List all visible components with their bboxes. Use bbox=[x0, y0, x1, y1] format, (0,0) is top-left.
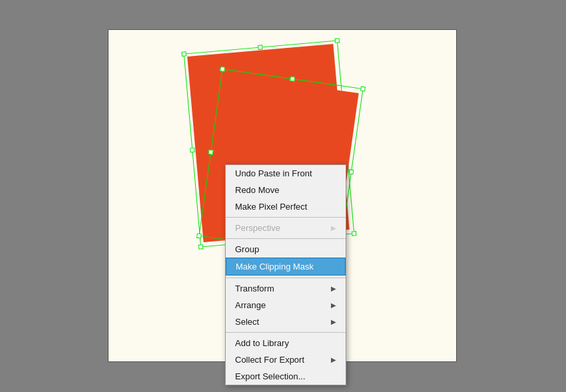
menu-item-label: Make Clipping Mask bbox=[236, 262, 336, 272]
handle-tl[interactable] bbox=[181, 51, 186, 57]
menu-item-label: Make Pixel Perfect bbox=[235, 202, 336, 212]
submenu-arrow-icon: ▶ bbox=[331, 224, 336, 232]
handle-front-tl[interactable] bbox=[220, 67, 225, 72]
handle-tr[interactable] bbox=[335, 38, 340, 43]
menu-separator bbox=[226, 238, 346, 239]
menu-item-arrange[interactable]: Arrange▶ bbox=[226, 297, 346, 313]
menu-item-select[interactable]: Select▶ bbox=[226, 313, 346, 330]
handle-front-ml[interactable] bbox=[208, 150, 214, 155]
menu-item-make-clipping-mask[interactable]: Make Clipping Mask bbox=[226, 258, 346, 276]
menu-item-label: Redo Move bbox=[235, 185, 336, 195]
menu-separator bbox=[226, 332, 346, 333]
handle-bl[interactable] bbox=[198, 244, 204, 250]
handle-front-tr[interactable] bbox=[360, 87, 366, 92]
menu-item-label: Undo Paste in Front bbox=[235, 168, 336, 178]
menu-separator bbox=[226, 278, 346, 278]
menu-item-perspective[interactable]: Perspective▶ bbox=[226, 220, 346, 236]
menu-item-label: Perspective bbox=[235, 223, 331, 233]
menu-item-label: Collect For Export bbox=[235, 355, 331, 365]
menu-item-collect-for-export[interactable]: Collect For Export▶ bbox=[226, 351, 346, 368]
submenu-arrow-icon: ▶ bbox=[331, 356, 336, 363]
menu-item-label: Select bbox=[235, 317, 331, 327]
menu-separator bbox=[226, 217, 346, 218]
handle-front-tm[interactable] bbox=[290, 77, 295, 82]
handle-ml[interactable] bbox=[190, 148, 195, 153]
menu-item-label: Arrange bbox=[235, 300, 331, 310]
menu-item-group[interactable]: Group bbox=[226, 241, 346, 258]
menu-item-export-selection[interactable]: Export Selection... bbox=[226, 368, 346, 385]
handle-tm[interactable] bbox=[258, 45, 263, 50]
handle-front-mr[interactable] bbox=[349, 169, 354, 174]
menu-item-label: Add to Library bbox=[235, 338, 336, 348]
menu-item-add-to-library[interactable]: Add to Library bbox=[226, 335, 346, 351]
menu-item-make-pixel-perfect[interactable]: Make Pixel Perfect bbox=[226, 198, 346, 215]
menu-item-label: Transform bbox=[235, 284, 331, 294]
submenu-arrow-icon: ▶ bbox=[331, 285, 336, 292]
menu-item-label: Group bbox=[235, 244, 336, 254]
submenu-arrow-icon: ▶ bbox=[331, 301, 336, 309]
context-menu: Undo Paste in FrontRedo MoveMake Pixel P… bbox=[225, 164, 346, 385]
menu-item-label: Export Selection... bbox=[235, 371, 336, 381]
menu-item-undo-paste-in-front[interactable]: Undo Paste in Front bbox=[226, 165, 346, 182]
handle-front-bl[interactable] bbox=[196, 233, 202, 238]
menu-item-transform[interactable]: Transform▶ bbox=[226, 280, 346, 297]
submenu-arrow-icon: ▶ bbox=[331, 318, 336, 325]
menu-item-redo-move[interactable]: Redo Move bbox=[226, 182, 346, 198]
handle-br[interactable] bbox=[352, 231, 357, 236]
